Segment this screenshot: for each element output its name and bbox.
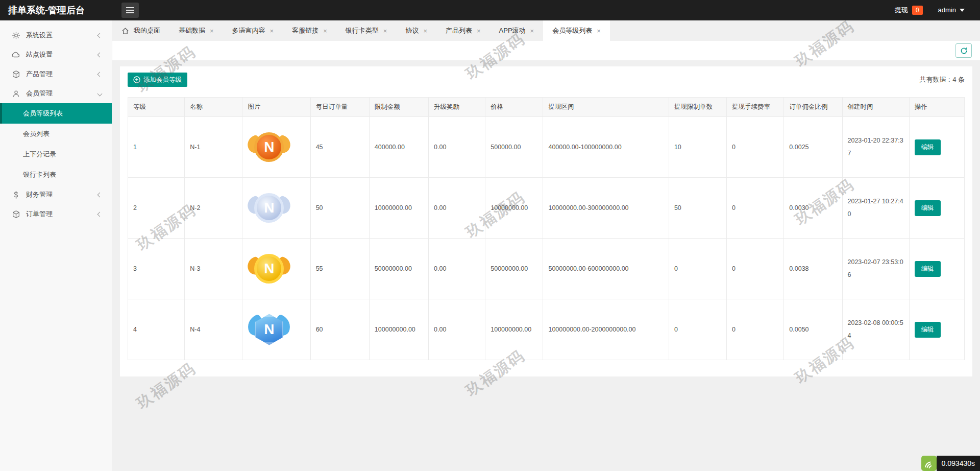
tab-协议[interactable]: 协议× (396, 20, 436, 41)
refresh-icon (960, 47, 968, 55)
cell-created_at: 2023-01-20 22:37:37 (842, 117, 909, 178)
menu-toggle-button[interactable] (121, 3, 139, 18)
thinkphp-logo-icon (921, 456, 937, 471)
close-icon[interactable]: × (423, 27, 427, 35)
cell-action: 编辑 (909, 299, 964, 360)
close-icon[interactable]: × (597, 27, 601, 35)
table-row: 1N-1N45400000.000.00500000.00400000.00-1… (128, 117, 965, 178)
username: admin (938, 6, 956, 14)
sidebar-subitem-银行卡列表[interactable]: 银行卡列表 (0, 164, 112, 185)
cell-level: 4 (128, 299, 185, 360)
sidebar-item-订单管理[interactable]: 订单管理 (0, 204, 112, 224)
cell-withdraw_fee_rate: 0 (727, 299, 784, 360)
content-toolbar (112, 41, 980, 60)
sidebar-item-财务管理[interactable]: 财务管理 (0, 185, 112, 204)
tab-银行卡类型[interactable]: 银行卡类型× (336, 20, 397, 41)
dollar-icon (11, 190, 20, 199)
cell-badge: N (242, 117, 310, 178)
table-body: 1N-1N45400000.000.00500000.00400000.00-1… (128, 117, 965, 360)
sidebar-item-label: 订单管理 (26, 209, 53, 219)
topbar-right: 提现 0 admin (895, 6, 980, 15)
tab-基础数据[interactable]: 基础数据× (169, 20, 223, 41)
sidebar-item-label: 产品管理 (26, 69, 53, 79)
table-row: 4N-4N60100000000.000.00100000000.0010000… (128, 299, 965, 360)
close-icon[interactable]: × (210, 27, 214, 35)
cell-level: 2 (128, 178, 185, 239)
sidebar-item-系统设置[interactable]: 系统设置 (0, 26, 112, 45)
edit-button[interactable]: 编辑 (915, 139, 941, 155)
add-member-level-button[interactable]: 添加会员等级 (128, 73, 187, 87)
table-row: 3N-3N5550000000.000.0050000000.005000000… (128, 239, 965, 299)
cell-name: N-1 (185, 117, 242, 178)
tab-会员等级列表[interactable]: 会员等级列表× (543, 20, 610, 41)
member-level-table: 等级名称图片每日订单量限制金额升级奖励价格提现区间提现限制单数提现手续费率订单佣… (128, 97, 965, 360)
column-header: 提现限制单数 (669, 98, 726, 117)
tab-APP滚动[interactable]: APP滚动× (490, 20, 544, 41)
add-button-label: 添加会员等级 (143, 76, 182, 84)
withdraw-link[interactable]: 提现 0 (895, 6, 923, 15)
app-title: 排单系统-管理后台 (0, 4, 112, 16)
plus-circle-icon (133, 76, 140, 83)
cell-badge: N (242, 299, 310, 360)
user-menu[interactable]: admin (938, 6, 965, 14)
cell-action: 编辑 (909, 117, 964, 178)
card-header: 添加会员等级 共有数据：4 条 (128, 73, 965, 87)
close-icon[interactable]: × (270, 27, 274, 35)
chevron-left-icon (97, 211, 103, 217)
edit-button[interactable]: 编辑 (915, 322, 941, 338)
cell-upgrade_reward: 0.00 (429, 239, 485, 299)
tab-客服链接[interactable]: 客服链接× (283, 20, 336, 41)
sidebar-item-产品管理[interactable]: 产品管理 (0, 64, 112, 84)
cell-level: 3 (128, 239, 185, 299)
cell-commission_rate: 0.0025 (784, 117, 842, 178)
close-icon[interactable]: × (323, 27, 327, 35)
cell-name: N-2 (185, 178, 242, 239)
cube-icon (11, 209, 20, 219)
tab-多语言内容[interactable]: 多语言内容× (223, 20, 283, 41)
column-header: 图片 (242, 98, 310, 117)
cell-name: N-4 (185, 299, 242, 360)
cell-withdraw_limit: 0 (669, 239, 726, 299)
sidebar-item-label: 站点设置 (26, 50, 53, 59)
tab-label: 产品列表 (446, 26, 472, 35)
cell-created_at: 2023-01-27 10:27:40 (842, 178, 909, 239)
sidebar-subitem-上下分记录[interactable]: 上下分记录 (0, 144, 112, 164)
cube-icon (11, 69, 20, 79)
tab-我的桌面[interactable]: 我的桌面 (112, 20, 169, 41)
tab-label: 协议 (405, 26, 419, 35)
close-icon[interactable]: × (530, 27, 534, 35)
cell-withdraw_limit: 0 (669, 299, 726, 360)
cell-badge: N (242, 239, 310, 299)
cell-withdraw_limit: 50 (669, 178, 726, 239)
sidebar-item-会员管理[interactable]: 会员管理 (0, 84, 112, 103)
level-badge-image: N (248, 310, 290, 349)
sidebar-subitem-会员等级列表[interactable]: 会员等级列表 (0, 103, 112, 124)
edit-button[interactable]: 编辑 (915, 261, 941, 277)
tab-label: 我的桌面 (134, 26, 160, 35)
refresh-button[interactable] (955, 43, 972, 58)
sidebar-subitem-会员列表[interactable]: 会员列表 (0, 124, 112, 144)
main-content: 添加会员等级 共有数据：4 条 等级名称图片每日订单量限制金额升级奖励价格提现区… (112, 41, 980, 471)
home-icon (121, 27, 129, 35)
cell-withdraw_range: 100000000.00-2000000000.00 (543, 299, 669, 360)
close-icon[interactable]: × (383, 27, 387, 35)
close-icon[interactable]: × (477, 27, 481, 35)
cloud-icon (11, 50, 20, 59)
column-header: 价格 (485, 98, 543, 117)
cell-upgrade_reward: 0.00 (429, 117, 485, 178)
cell-level: 1 (128, 117, 185, 178)
cell-commission_rate: 0.0050 (784, 299, 842, 360)
chevron-left-icon (97, 192, 103, 197)
withdraw-label: 提现 (895, 6, 908, 15)
column-header: 创建时间 (842, 98, 909, 117)
tab-label: 银行卡类型 (346, 26, 379, 35)
edit-button[interactable]: 编辑 (915, 200, 941, 216)
sidebar-item-label: 财务管理 (26, 190, 53, 199)
sidebar-item-站点设置[interactable]: 站点设置 (0, 45, 112, 64)
total-count: 共有数据：4 条 (919, 75, 965, 84)
column-header: 名称 (185, 98, 242, 117)
cell-daily_orders: 60 (310, 299, 369, 360)
tab-产品列表[interactable]: 产品列表× (436, 20, 490, 41)
tab-label: 客服链接 (292, 26, 318, 35)
cell-withdraw_fee_rate: 0 (727, 117, 784, 178)
